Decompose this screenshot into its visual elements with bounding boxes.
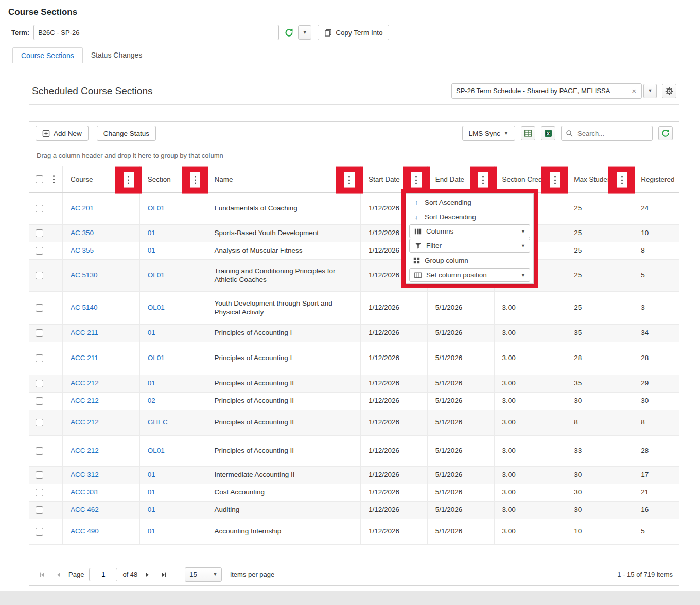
- row-checkbox[interactable]: [36, 506, 43, 514]
- row-checkbox[interactable]: [36, 528, 43, 536]
- menu-item-set-column-position[interactable]: Set column position ▼: [409, 268, 530, 282]
- course-link[interactable]: ACC 490: [71, 527, 99, 536]
- start-date-cell: 1/12/2026: [360, 325, 427, 342]
- section-link[interactable]: 01: [148, 379, 155, 388]
- registered-cell: 29: [633, 375, 679, 392]
- row-checkbox[interactable]: [36, 380, 43, 387]
- lms-sync-button[interactable]: LMS Sync ▼: [462, 126, 515, 141]
- section-link[interactable]: 01: [148, 329, 155, 337]
- column-menu-button[interactable]: [617, 172, 627, 188]
- column-menu-button[interactable]: [411, 172, 422, 188]
- change-status-button[interactable]: Change Status: [97, 126, 156, 141]
- menu-item-group-column[interactable]: Group column: [406, 253, 533, 268]
- course-link[interactable]: ACC 211: [71, 329, 98, 337]
- grid-refresh-button[interactable]: [658, 126, 673, 140]
- next-page-button[interactable]: [141, 568, 154, 581]
- column-menu-button[interactable]: [190, 172, 200, 188]
- row-checkbox[interactable]: [36, 247, 43, 255]
- course-name-cell: Principles of Accounting II: [206, 410, 360, 435]
- section-link[interactable]: OL01: [148, 354, 165, 363]
- section-link[interactable]: 01: [148, 488, 155, 497]
- section-link[interactable]: 01: [148, 506, 155, 514]
- course-link[interactable]: ACC 312: [71, 471, 99, 479]
- course-link[interactable]: ACC 212: [71, 418, 99, 427]
- tab-status-changes[interactable]: Status Changes: [83, 47, 151, 63]
- row-checkbox[interactable]: [36, 489, 43, 496]
- select-cell: [29, 325, 62, 342]
- registered-cell: 10: [633, 225, 679, 242]
- schedule-filter-combobox[interactable]: SP-26 Term Schedule - Shared by PAGE, ME…: [451, 83, 642, 99]
- course-link[interactable]: AC 355: [71, 246, 94, 255]
- table-view-button[interactable]: [521, 126, 535, 140]
- column-menu-button[interactable]: [344, 172, 355, 188]
- row-checkbox[interactable]: [36, 354, 43, 362]
- first-page-button[interactable]: [36, 568, 49, 581]
- row-checkbox[interactable]: [36, 471, 43, 479]
- section-link[interactable]: OL01: [148, 271, 165, 280]
- row-checkbox[interactable]: [36, 329, 43, 337]
- end-date-cell: 5/1/2026: [427, 342, 494, 375]
- end-date-cell: 5/1/2026: [427, 393, 494, 410]
- column-menu-button[interactable]: [124, 172, 134, 188]
- column-menu-button[interactable]: [478, 172, 488, 188]
- section-link[interactable]: 01: [148, 229, 155, 238]
- row-checkbox[interactable]: [36, 272, 43, 279]
- row-checkbox[interactable]: [36, 229, 43, 237]
- menu-item-filter[interactable]: Filter ▼: [409, 239, 530, 253]
- max-students-cell: 35: [566, 375, 633, 392]
- course-link[interactable]: ACC 212: [71, 397, 99, 405]
- menu-item-sort-ascending[interactable]: ↑ Sort Ascending: [406, 195, 533, 209]
- tab-course-sections[interactable]: Course Sections: [12, 47, 83, 63]
- copy-term-into-button[interactable]: Copy Term Into: [318, 25, 389, 40]
- section-link[interactable]: OL01: [148, 447, 165, 455]
- panel-header-controls: SP-26 Term Schedule - Shared by PAGE, ME…: [451, 83, 676, 99]
- section-cell: 01: [139, 225, 206, 242]
- section-link[interactable]: 01: [148, 246, 155, 255]
- add-new-button[interactable]: Add New: [36, 126, 89, 141]
- table-row: ACC 331 01 Cost Accounting 1/12/2026 5/1…: [29, 484, 679, 502]
- section-link[interactable]: OL01: [148, 204, 165, 213]
- page-size-dropdown[interactable]: 15 ▼: [185, 567, 222, 582]
- course-link[interactable]: AC 5140: [71, 304, 98, 312]
- section-link[interactable]: OL01: [148, 304, 165, 312]
- last-page-button[interactable]: [157, 568, 170, 581]
- export-excel-button[interactable]: X: [541, 126, 555, 140]
- course-link[interactable]: ACC 211: [71, 354, 98, 363]
- section-link[interactable]: 01: [148, 527, 155, 536]
- section-link[interactable]: 02: [148, 397, 155, 405]
- term-input[interactable]: [33, 25, 279, 40]
- section-link[interactable]: GHEC: [148, 418, 168, 427]
- menu-item-sort-descending[interactable]: ↓ Sort Descending: [406, 209, 533, 224]
- course-link[interactable]: ACC 331: [71, 488, 99, 497]
- course-link[interactable]: AC 350: [71, 229, 94, 238]
- section-cell: 01: [139, 519, 206, 544]
- term-dropdown-button[interactable]: ▼: [298, 25, 311, 40]
- previous-page-button[interactable]: [52, 568, 65, 581]
- registered-cell: 34: [633, 325, 679, 342]
- course-link[interactable]: AC 201: [71, 204, 94, 213]
- course-link[interactable]: ACC 462: [71, 506, 99, 514]
- row-checkbox[interactable]: [36, 397, 43, 405]
- column-menu-button[interactable]: [550, 172, 560, 188]
- schedule-filter-dropdown-button[interactable]: ▼: [643, 84, 657, 98]
- page-number-input[interactable]: [89, 568, 117, 581]
- group-by-bar[interactable]: Drag a column header and drop it here to…: [29, 145, 679, 166]
- course-link[interactable]: ACC 212: [71, 447, 99, 455]
- select-column-menu-button[interactable]: [48, 172, 59, 187]
- section-link[interactable]: 01: [148, 471, 155, 479]
- row-checkbox[interactable]: [36, 304, 43, 312]
- clear-filter-icon[interactable]: ×: [631, 87, 637, 95]
- group-column-icon: [412, 257, 421, 264]
- panel-header: Scheduled Course Sections SP-26 Term Sch…: [29, 77, 679, 105]
- menu-item-columns[interactable]: Columns ▼: [409, 224, 530, 238]
- settings-button[interactable]: [662, 84, 676, 98]
- columns-icon: [414, 228, 422, 235]
- row-checkbox[interactable]: [36, 447, 43, 455]
- course-link[interactable]: ACC 212: [71, 379, 99, 388]
- search-input[interactable]: [576, 129, 648, 138]
- term-refresh-button[interactable]: [281, 25, 296, 40]
- course-link[interactable]: AC 5130: [71, 271, 98, 280]
- select-all-checkbox[interactable]: [36, 175, 43, 183]
- row-checkbox[interactable]: [36, 205, 43, 212]
- row-checkbox[interactable]: [36, 419, 43, 426]
